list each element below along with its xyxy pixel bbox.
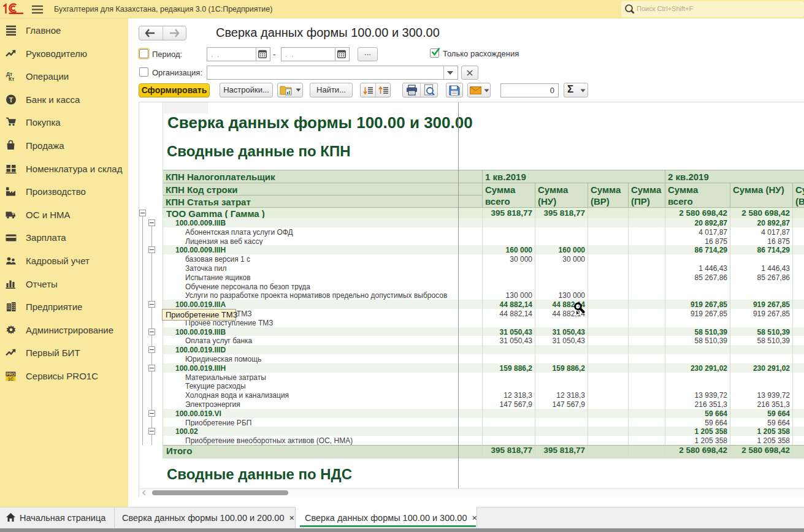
svg-text:Т: Т [9, 96, 13, 104]
svg-text:Кт: Кт [9, 76, 14, 82]
svg-text:1С: 1С [8, 376, 14, 382]
